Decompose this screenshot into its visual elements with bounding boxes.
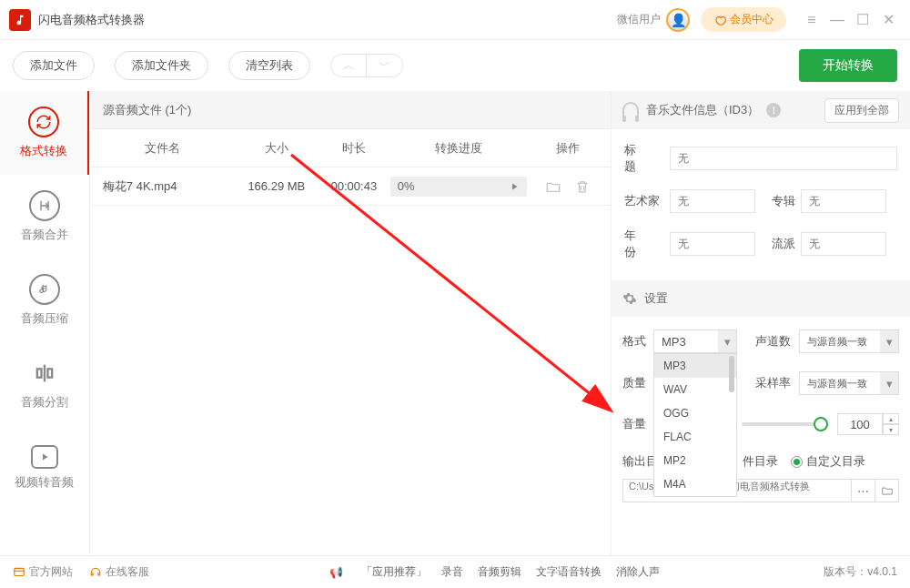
year-input[interactable]: [670, 232, 755, 256]
maximize-button[interactable]: ☐: [850, 7, 875, 33]
custom-dir-radio[interactable]: [791, 456, 803, 468]
samplerate-select[interactable]: 与源音频一致▾: [799, 371, 899, 395]
source-files-header: 源音频文件 (1个): [90, 91, 611, 129]
format-select[interactable]: MP3▾: [653, 329, 737, 353]
start-convert-button[interactable]: 开始转换: [799, 49, 897, 82]
settings-header: 设置: [612, 280, 910, 317]
version-label: 版本号：v4.0.1: [824, 564, 897, 580]
id3-header: 音乐文件信息（ID3）: [646, 102, 759, 118]
sidebar-item-format-convert[interactable]: 格式转换: [0, 91, 89, 175]
format-option-ogg[interactable]: OGG: [654, 401, 736, 425]
svg-rect-3: [15, 568, 25, 575]
compress-icon: [29, 274, 60, 305]
app-recommend-label: 「应用推荐」: [361, 564, 427, 580]
title-input[interactable]: [670, 147, 897, 170]
col-operation: 操作: [527, 140, 609, 157]
progress-bar[interactable]: 0%: [390, 177, 527, 197]
apply-all-button[interactable]: 应用到全部: [824, 98, 899, 123]
official-site-link[interactable]: 官方网站: [13, 564, 73, 580]
format-option-mp2[interactable]: MP2: [654, 449, 736, 472]
member-center-button[interactable]: 会员中心: [701, 7, 786, 32]
headphone-icon: [622, 102, 639, 118]
convert-icon: [28, 106, 59, 137]
move-down-button[interactable]: ﹀: [367, 54, 403, 77]
volume-down[interactable]: ▾: [883, 424, 899, 435]
svg-rect-1: [47, 369, 52, 377]
format-option-flac[interactable]: FLAC: [654, 425, 736, 449]
browse-folder-button[interactable]: [875, 479, 899, 502]
dropdown-scrollbar[interactable]: [729, 356, 734, 392]
horn-icon: 📢: [329, 566, 343, 579]
sidebar-item-video-to-audio[interactable]: 视频转音频: [0, 426, 89, 510]
split-icon: [29, 358, 60, 389]
volume-slider[interactable]: [742, 422, 828, 426]
svg-rect-0: [37, 369, 42, 377]
album-input[interactable]: [801, 189, 886, 213]
move-up-button[interactable]: ︿: [330, 54, 367, 77]
app-link-tts[interactable]: 文字语音转换: [536, 564, 602, 580]
delete-icon[interactable]: [574, 178, 591, 195]
app-link-edit[interactable]: 音频剪辑: [478, 564, 521, 580]
wechat-user[interactable]: 微信用户 👤: [617, 8, 690, 32]
format-option-mp3[interactable]: MP3: [654, 354, 736, 378]
format-option-wav[interactable]: WAV: [654, 378, 736, 401]
artist-input[interactable]: [670, 189, 755, 213]
format-dropdown[interactable]: MP3 WAV OGG FLAC MP2 M4A: [653, 353, 737, 497]
sidebar-item-audio-compress[interactable]: 音频压缩: [0, 259, 89, 342]
format-option-m4a[interactable]: M4A: [654, 472, 736, 496]
sidebar-item-audio-split[interactable]: 音频分割: [0, 342, 89, 426]
gear-icon: [622, 291, 637, 306]
chevron-down-icon: ▾: [880, 372, 898, 394]
video-icon: [31, 445, 58, 469]
minimize-button[interactable]: —: [824, 7, 850, 33]
col-duration: 时长: [318, 140, 390, 157]
add-file-button[interactable]: 添加文件: [13, 51, 95, 80]
avatar-icon: 👤: [666, 8, 690, 32]
app-link-record[interactable]: 录音: [441, 564, 463, 580]
folder-icon[interactable]: [545, 178, 561, 195]
genre-input[interactable]: [801, 232, 886, 256]
chevron-down-icon: ▾: [880, 330, 898, 352]
merge-icon: [29, 190, 60, 221]
play-icon: [509, 181, 520, 192]
menu-icon[interactable]: ≡: [799, 7, 824, 33]
sidebar-item-audio-merge[interactable]: 音频合并: [0, 175, 89, 259]
clear-list-button[interactable]: 清空列表: [228, 51, 310, 80]
app-logo: [9, 9, 31, 31]
volume-up[interactable]: ▴: [883, 413, 899, 424]
volume-value: 100: [837, 413, 883, 435]
channels-select[interactable]: 与源音频一致▾: [799, 329, 899, 353]
col-progress: 转换进度: [390, 140, 527, 157]
app-link-denoise[interactable]: 消除人声: [616, 564, 660, 580]
info-icon[interactable]: !: [766, 103, 781, 117]
close-button[interactable]: ✕: [875, 7, 901, 33]
col-size: 大小: [236, 140, 318, 157]
add-folder-button[interactable]: 添加文件夹: [115, 51, 208, 80]
slider-thumb[interactable]: [814, 417, 828, 431]
path-more-button[interactable]: ⋯: [852, 479, 875, 502]
chevron-down-icon: ▾: [718, 330, 736, 352]
customer-service-link[interactable]: 在线客服: [89, 564, 149, 580]
app-title: 闪电音频格式转换器: [38, 12, 145, 28]
table-row[interactable]: 梅花7 4K.mp4 166.29 MB 00:00:43 0%: [90, 167, 611, 206]
col-filename: 文件名: [90, 140, 236, 157]
